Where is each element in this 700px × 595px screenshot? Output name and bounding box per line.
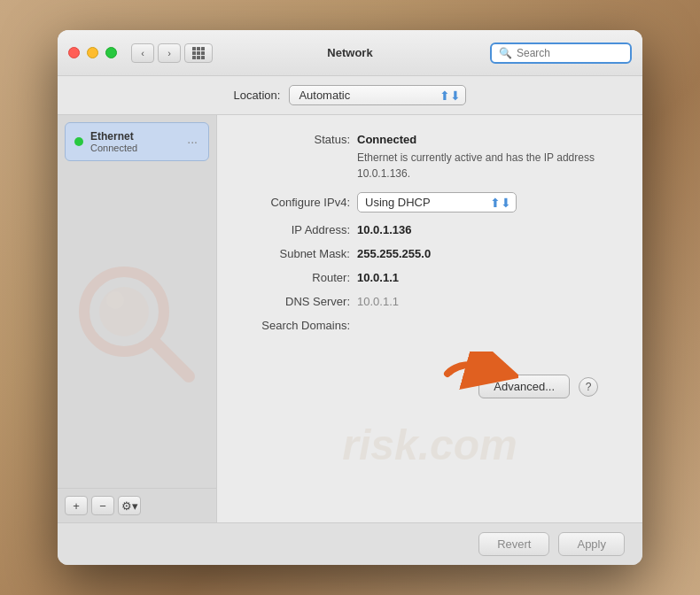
remove-interface-button[interactable]: − xyxy=(91,496,114,515)
configure-ipv4-row: Configure IPv4: Using DHCP ⬆⬇ xyxy=(244,192,616,212)
sidebar-item-name: Ethernet xyxy=(90,130,185,143)
minimize-button[interactable] xyxy=(87,47,98,58)
router-row: Router: 10.0.1.1 xyxy=(244,271,616,284)
location-select[interactable]: Automatic xyxy=(289,85,466,105)
forward-icon: › xyxy=(167,48,171,58)
back-icon: ‹ xyxy=(141,48,144,58)
minus-icon: − xyxy=(99,499,106,513)
ipv4-select[interactable]: Using DHCP xyxy=(357,192,517,212)
titlebar: ‹ › Network 🔍 xyxy=(58,30,642,76)
search-icon: 🔍 xyxy=(499,47,512,59)
bottom-bar: Revert Apply xyxy=(58,522,642,565)
back-button[interactable]: ‹ xyxy=(131,43,154,63)
location-bar: Location: Automatic ⬆⬇ xyxy=(58,76,642,115)
status-label: Status: xyxy=(244,133,350,146)
svg-line-3 xyxy=(155,343,189,376)
status-row: Status: Connected xyxy=(244,133,616,146)
status-description: Ethernet is currently active and has the… xyxy=(357,150,616,182)
sidebar-item-info: Ethernet Connected xyxy=(90,130,185,153)
status-dot-connected xyxy=(74,137,83,146)
help-button[interactable]: ? xyxy=(579,377,598,397)
dns-server-label: DNS Server: xyxy=(244,295,350,308)
maximize-button[interactable] xyxy=(105,47,117,58)
location-label: Location: xyxy=(234,89,281,102)
ip-address-value: 10.0.1.136 xyxy=(357,223,411,236)
dns-server-row: DNS Server: 10.0.1.1 xyxy=(244,295,616,308)
close-button[interactable] xyxy=(68,47,80,58)
revert-button[interactable]: Revert xyxy=(478,532,549,556)
location-select-wrapper: Automatic ⬆⬇ xyxy=(289,85,466,105)
main-content: Ethernet Connected ··· + xyxy=(58,115,642,522)
sidebar: Ethernet Connected ··· + xyxy=(58,115,217,522)
plus-icon: + xyxy=(73,499,80,513)
ipv4-select-wrapper: Using DHCP ⬆⬇ xyxy=(357,192,517,212)
status-value: Connected xyxy=(357,133,416,146)
window-title: Network xyxy=(327,46,372,59)
nav-buttons: ‹ › xyxy=(131,43,181,63)
ip-address-label: IP Address: xyxy=(244,223,350,236)
detail-bottom-section: Advanced... ? xyxy=(244,367,616,406)
forward-button[interactable]: › xyxy=(158,43,181,63)
detail-buttons: Advanced... ? xyxy=(244,367,616,406)
sidebar-item-status: Connected xyxy=(90,143,185,153)
grid-icon xyxy=(192,47,205,59)
subnet-mask-label: Subnet Mask: xyxy=(244,247,350,260)
expand-button[interactable]: ··· xyxy=(185,133,199,151)
add-interface-button[interactable]: + xyxy=(65,496,88,515)
sidebar-preview xyxy=(58,161,216,488)
sidebar-bottom: + − ⚙▾ xyxy=(58,488,216,522)
help-icon: ? xyxy=(586,381,592,393)
gear-icon: ⚙ xyxy=(121,499,132,513)
apply-button[interactable]: Apply xyxy=(558,532,625,556)
svg-point-2 xyxy=(106,291,124,309)
ip-address-row: IP Address: 10.0.1.136 xyxy=(244,223,616,236)
svg-point-1 xyxy=(99,287,149,336)
dns-server-value: 10.0.1.1 xyxy=(357,295,399,308)
router-value: 10.0.1.1 xyxy=(357,271,399,284)
search-domains-label: Search Domains: xyxy=(244,319,350,332)
grid-view-button[interactable] xyxy=(184,43,213,63)
search-domains-row: Search Domains: xyxy=(244,319,616,332)
search-bar[interactable]: 🔍 xyxy=(490,42,632,64)
detail-pane: risk.com Status: Connected Ethernet is c… xyxy=(217,115,642,522)
magnifier-watermark xyxy=(75,263,199,387)
configure-ipv4-label: Configure IPv4: xyxy=(244,196,350,209)
watermark: risk.com xyxy=(217,421,642,469)
subnet-mask-value: 255.255.255.0 xyxy=(357,247,431,260)
advanced-button[interactable]: Advanced... xyxy=(478,375,570,398)
network-window: ‹ › Network 🔍 Location: Automatic ⬆⬇ xyxy=(58,30,642,565)
traffic-lights xyxy=(68,47,117,58)
interface-settings-button[interactable]: ⚙▾ xyxy=(118,496,141,515)
router-label: Router: xyxy=(244,271,350,284)
subnet-mask-row: Subnet Mask: 255.255.255.0 xyxy=(244,247,616,260)
sidebar-item-ethernet[interactable]: Ethernet Connected ··· xyxy=(65,122,209,161)
search-input[interactable] xyxy=(517,47,623,59)
